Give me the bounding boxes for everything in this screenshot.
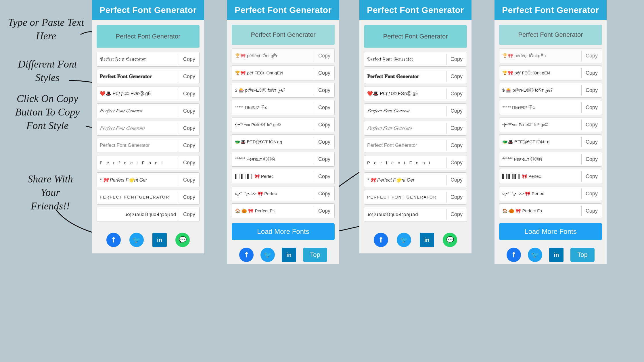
- s-font-text-7: P e r f e c t F o n t: [364, 158, 446, 167]
- sr-font-text-3: ⁴⁴⁴⁴⁴ ΠEr®ℰ⁸ 千c: [499, 103, 581, 113]
- copy-btn-bold[interactable]: Copy: [179, 71, 199, 82]
- font-row-italic1: 𝑃𝑒𝑟𝑓𝑒𝑐𝑡 𝐹𝑜𝑛𝑡 𝐺𝑒𝑛𝑒𝑟𝑎𝑡 Copy: [97, 103, 200, 118]
- second-right-input[interactable]: Perfect Font Generator: [499, 25, 602, 45]
- s-font-row-9: PERFECT FONT GENERATOR Copy: [364, 190, 467, 205]
- s-copy-btn-9[interactable]: Copy: [446, 192, 467, 203]
- s-facebook-icon[interactable]: f: [374, 233, 388, 247]
- font-text-r7: ▌║▌║▌║ 🎀 Perfec: [232, 172, 314, 181]
- font-text-r0: 🏆🎀 péŕféçt fÔnt gÊn: [232, 51, 314, 61]
- s-font-text-5: 𝑃𝑒𝑟𝑓𝑒𝑐𝑡 𝐹𝑜𝑛𝑡 𝐺𝑒𝑛𝑒𝑟𝑎𝑡𝑜: [364, 123, 446, 133]
- second-right-header: Perfect Font Generator: [494, 0, 607, 20]
- copy-btn-r9[interactable]: Copy: [314, 206, 334, 216]
- copy-btn-r7[interactable]: Copy: [314, 171, 334, 182]
- sr-copy-btn-0[interactable]: Copy: [581, 51, 602, 61]
- s-linkedin-icon[interactable]: in: [420, 233, 434, 247]
- left-panel-header: Perfect Font Generator: [92, 0, 204, 20]
- font-text-fraktur: 𝔓𝔢𝔯𝔣𝔢𝔠𝔱 𝔉𝔬𝔫𝔱 𝔊𝔢𝔫𝔢𝔯𝔞𝔱𝔬𝔯: [97, 54, 179, 64]
- sr-copy-btn-7[interactable]: Copy: [581, 171, 602, 182]
- linkedin-icon-right[interactable]: in: [282, 248, 296, 262]
- s-copy-btn-3[interactable]: Copy: [446, 88, 467, 99]
- copy-btn-flip[interactable]: Copy: [179, 209, 199, 220]
- copy-btn-r2[interactable]: Copy: [314, 85, 334, 96]
- font-row-r0: 🏆🎀 péŕféçt fÔnt gÊn Copy: [232, 48, 335, 63]
- sr-font-row-0: 🏆🎀 péŕféçt fÔnt gÊn Copy: [499, 48, 602, 63]
- sr-font-text-8: ¤„•°¯°„•..>> 🎀 Perfec: [499, 189, 581, 199]
- copy-btn-r0[interactable]: Copy: [314, 51, 334, 61]
- s-copy-btn-1[interactable]: Copy: [446, 54, 467, 65]
- s-copy-btn-2[interactable]: Copy: [446, 71, 467, 82]
- s-font-row-6: Perfect Font Generator Copy: [364, 138, 467, 153]
- font-text-r1: 🏆🎀 ρéŕ FEČt 'Ont gEИ: [232, 68, 314, 78]
- font-row-bold: 𝐏𝐞𝐫𝐟𝐞𝐜𝐭 𝐅𝐨𝐧𝐭 𝐆𝐞𝐧𝐞𝐫𝐚𝐭𝐨𝐫 Copy: [97, 69, 200, 84]
- sr-copy-btn-6[interactable]: Copy: [581, 154, 602, 165]
- second-left-input[interactable]: Perfect Font Generator: [364, 25, 467, 48]
- linkedin-icon-left[interactable]: in: [152, 233, 167, 247]
- copy-btn-emoji1[interactable]: Copy: [179, 88, 199, 99]
- s-copy-btn-4[interactable]: Copy: [446, 106, 467, 116]
- facebook-icon-right[interactable]: f: [239, 248, 254, 262]
- sr-copy-btn-2[interactable]: Copy: [581, 85, 602, 96]
- font-row-r7: ▌║▌║▌║ 🎀 Perfec Copy: [232, 169, 335, 184]
- sr-facebook-icon[interactable]: f: [507, 248, 521, 262]
- font-row-r4: •]••°⁰'•»» Pεrfe©† fo'ᵗ ge© Copy: [232, 117, 335, 132]
- s-copy-btn-5[interactable]: Copy: [446, 123, 467, 134]
- s-font-row-1: 𝔓𝔢𝔯𝔣𝔢𝔠𝔱 𝔉𝔬𝔫𝔱 𝔊𝔢𝔫𝔢𝔯𝔞𝔱𝔬𝔯 Copy: [364, 52, 467, 67]
- sr-copy-btn-9[interactable]: Copy: [581, 206, 602, 216]
- copy-btn-r3[interactable]: Copy: [314, 102, 334, 113]
- copy-btn-r5[interactable]: Copy: [314, 137, 334, 147]
- twitter-icon-right[interactable]: 🐦: [260, 248, 275, 262]
- s-font-row-7: P e r f e c t F o n t Copy: [364, 155, 467, 170]
- s-twitter-icon[interactable]: 🐦: [397, 233, 411, 247]
- s-font-row-3: ❤️🎩 P€ƒƒ€© FØnⓄ gÉ Copy: [364, 86, 467, 101]
- sr-font-row-6: ⁴⁴⁴⁴⁴⁴ Pея'е□т ⓄⓄÑ Copy: [499, 152, 602, 167]
- sr-font-row-3: ⁴⁴⁴⁴⁴ ΠEr®ℰ⁸ 千c Copy: [499, 100, 602, 115]
- copy-btn-spaced[interactable]: Copy: [179, 157, 199, 168]
- facebook-icon-left[interactable]: f: [106, 233, 121, 247]
- s-font-text-2: 𝐏𝐞𝐫𝐟𝐞𝐜𝐭 𝐅𝐨𝐧𝐭 𝐆𝐞𝐧𝐞𝐫𝐚𝐭𝐨𝐫: [364, 71, 446, 82]
- whatsapp-icon-left[interactable]: 💬: [175, 233, 190, 247]
- font-text-spaced: P e r f e c t F o n t: [97, 158, 179, 167]
- s-font-text-6: Perfect Font Generator: [364, 140, 446, 151]
- sr-copy-btn-4[interactable]: Copy: [581, 120, 602, 130]
- s-font-row-10: ɹoʇɐɹǝuǝ⅁ ʇuoℲ ʇɔǝɟɹǝd Copy: [364, 207, 467, 222]
- s-copy-btn-6[interactable]: Copy: [446, 140, 467, 151]
- s-font-text-10: ɹoʇɐɹǝuǝ⅁ ʇuoℲ ʇɔǝɟɹǝd: [364, 209, 446, 219]
- copy-btn-caps[interactable]: Copy: [179, 192, 199, 203]
- copy-btn-gray[interactable]: Copy: [179, 140, 199, 151]
- sr-top-button[interactable]: Top: [570, 248, 594, 262]
- font-text-r9: 🏠·🎃 🎀 Perfect Fↄ: [232, 206, 314, 216]
- right-input-display[interactable]: Perfect Font Generator: [232, 25, 335, 45]
- s-whatsapp-icon[interactable]: 💬: [443, 233, 457, 247]
- s-font-row-8: * 🎀 Perfect F🌟nt Ger Copy: [364, 172, 467, 187]
- copy-btn-r6[interactable]: Copy: [314, 154, 334, 165]
- sr-linkedin-icon[interactable]: in: [549, 248, 564, 262]
- s-copy-btn-8[interactable]: Copy: [446, 175, 467, 185]
- s-copy-btn-7[interactable]: Copy: [446, 157, 467, 168]
- sr-copy-btn-3[interactable]: Copy: [581, 102, 602, 113]
- font-row-r8: ¤„•°¯°„•..>> 🎀 Perfec Copy: [232, 186, 335, 201]
- s-copy-btn-10[interactable]: Copy: [446, 209, 467, 220]
- sr-copy-btn-5[interactable]: Copy: [581, 137, 602, 147]
- top-button[interactable]: Top: [303, 248, 327, 262]
- sr-twitter-icon[interactable]: 🐦: [528, 248, 542, 262]
- copy-btn-italic2[interactable]: Copy: [179, 123, 199, 134]
- sr-load-more-button[interactable]: Load More Fonts: [499, 223, 602, 240]
- s-font-row-5: 𝑃𝑒𝑟𝑓𝑒𝑐𝑡 𝐹𝑜𝑛𝑡 𝐺𝑒𝑛𝑒𝑟𝑎𝑡𝑜 Copy: [364, 121, 467, 136]
- sr-font-text-5: 🐲🎩 ₱ΞFⓄ€CT fÔNт g: [499, 137, 581, 147]
- copy-btn-star[interactable]: Copy: [179, 175, 199, 185]
- sr-copy-btn-1[interactable]: Copy: [581, 68, 602, 78]
- copy-btn-r1[interactable]: Copy: [314, 68, 334, 78]
- s-font-row-4: 𝑃𝑒𝑟𝑓𝑒𝑐𝑡 𝐹𝑜𝑛𝑡 𝐺𝑒𝑛𝑒𝑟𝑎𝑡 Copy: [364, 103, 467, 118]
- left-input-display[interactable]: Perfect Font Generator: [97, 25, 200, 48]
- twitter-icon-left[interactable]: 🐦: [129, 233, 144, 247]
- load-more-button[interactable]: Load More Fonts: [232, 223, 335, 240]
- copy-btn-italic1[interactable]: Copy: [179, 106, 199, 116]
- sr-copy-btn-8[interactable]: Copy: [581, 188, 602, 199]
- s-font-text-3: ❤️🎩 P€ƒƒ€© FØnⓄ gÉ: [364, 88, 446, 99]
- copy-btn-r8[interactable]: Copy: [314, 188, 334, 199]
- copy-btn-r4[interactable]: Copy: [314, 120, 334, 130]
- sr-font-row-5: 🐲🎩 ₱ΞFⓄ€CT fÔNт g Copy: [499, 134, 602, 149]
- copy-btn-fraktur[interactable]: Copy: [179, 54, 199, 65]
- font-text-italic1: 𝑃𝑒𝑟𝑓𝑒𝑐𝑡 𝐹𝑜𝑛𝑡 𝐺𝑒𝑛𝑒𝑟𝑎𝑡: [97, 106, 179, 116]
- second-right-panel: Perfect Font Generator Perfect Font Gene…: [494, 0, 607, 264]
